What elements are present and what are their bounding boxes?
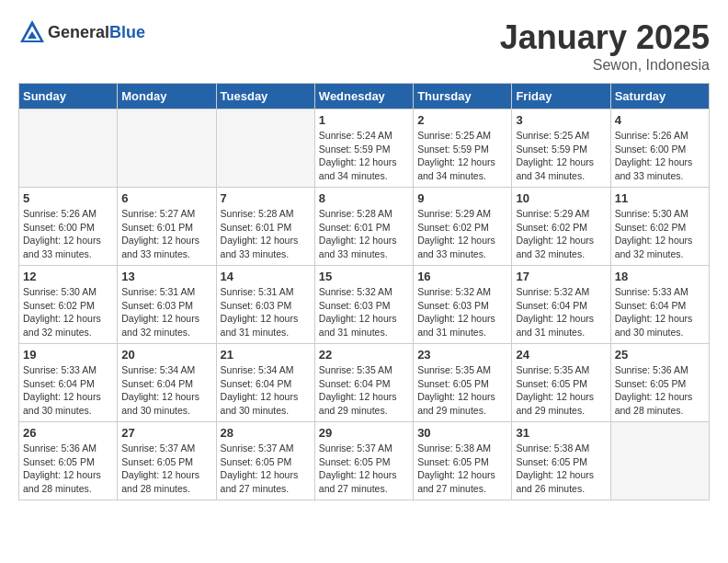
day-cell-21: 21Sunrise: 5:34 AM Sunset: 6:04 PM Dayli… <box>216 344 314 422</box>
weekday-header-sunday: Sunday <box>19 84 118 109</box>
day-cell-27: 27Sunrise: 5:37 AM Sunset: 6:05 PM Dayli… <box>118 422 216 500</box>
day-info-25: Sunrise: 5:36 AM Sunset: 6:05 PM Dayligh… <box>615 363 705 418</box>
title-block: January 2025 Sewon, Indonesia <box>500 18 710 74</box>
day-cell-6: 6Sunrise: 5:27 AM Sunset: 6:01 PM Daylig… <box>118 188 216 266</box>
day-number-7: 7 <box>221 191 311 205</box>
day-info-15: Sunrise: 5:32 AM Sunset: 6:03 PM Dayligh… <box>319 285 409 339</box>
day-number-22: 22 <box>319 348 409 362</box>
weekday-header-saturday: Saturday <box>610 84 709 109</box>
day-cell-22: 22Sunrise: 5:35 AM Sunset: 6:04 PM Dayli… <box>314 344 413 422</box>
logo-general: General <box>48 23 109 41</box>
day-info-2: Sunrise: 5:25 AM Sunset: 5:59 PM Dayligh… <box>417 129 507 183</box>
day-info-16: Sunrise: 5:32 AM Sunset: 6:03 PM Dayligh… <box>417 285 507 339</box>
day-info-9: Sunrise: 5:29 AM Sunset: 6:02 PM Dayligh… <box>417 207 507 261</box>
day-info-23: Sunrise: 5:35 AM Sunset: 6:05 PM Dayligh… <box>417 363 507 418</box>
day-cell-11: 11Sunrise: 5:30 AM Sunset: 6:02 PM Dayli… <box>610 188 709 266</box>
day-number-19: 19 <box>23 348 113 362</box>
day-number-1: 1 <box>319 113 409 127</box>
day-info-19: Sunrise: 5:33 AM Sunset: 6:04 PM Dayligh… <box>23 363 113 418</box>
day-number-9: 9 <box>417 191 507 205</box>
day-cell-30: 30Sunrise: 5:38 AM Sunset: 6:05 PM Dayli… <box>414 422 512 500</box>
day-cell-8: 8Sunrise: 5:28 AM Sunset: 6:01 PM Daylig… <box>314 188 413 266</box>
day-cell-4: 4Sunrise: 5:26 AM Sunset: 6:00 PM Daylig… <box>610 109 709 188</box>
day-info-10: Sunrise: 5:29 AM Sunset: 6:02 PM Dayligh… <box>516 207 606 261</box>
day-number-5: 5 <box>23 191 113 205</box>
day-info-3: Sunrise: 5:25 AM Sunset: 5:59 PM Dayligh… <box>516 129 606 183</box>
day-info-18: Sunrise: 5:33 AM Sunset: 6:04 PM Dayligh… <box>615 285 705 339</box>
day-cell-20: 20Sunrise: 5:34 AM Sunset: 6:04 PM Dayli… <box>118 344 216 422</box>
day-cell-5: 5Sunrise: 5:26 AM Sunset: 6:00 PM Daylig… <box>19 188 118 266</box>
day-cell-14: 14Sunrise: 5:31 AM Sunset: 6:03 PM Dayli… <box>216 266 314 344</box>
day-cell-25: 25Sunrise: 5:36 AM Sunset: 6:05 PM Dayli… <box>610 344 709 422</box>
day-number-24: 24 <box>516 348 606 362</box>
day-info-30: Sunrise: 5:38 AM Sunset: 6:05 PM Dayligh… <box>417 442 507 496</box>
day-info-17: Sunrise: 5:32 AM Sunset: 6:04 PM Dayligh… <box>516 285 606 339</box>
day-cell-13: 13Sunrise: 5:31 AM Sunset: 6:03 PM Dayli… <box>118 266 216 344</box>
calendar-title: January 2025 <box>500 18 710 57</box>
day-number-27: 27 <box>121 426 211 440</box>
day-number-30: 30 <box>417 426 507 440</box>
day-number-6: 6 <box>121 191 211 205</box>
weekday-header-thursday: Thursday <box>414 84 512 109</box>
day-number-12: 12 <box>23 270 113 283</box>
weekday-header-wednesday: Wednesday <box>314 84 413 109</box>
logo: GeneralBlue <box>18 18 145 46</box>
day-number-15: 15 <box>319 270 409 283</box>
day-number-8: 8 <box>319 191 409 205</box>
page-header: GeneralBlue January 2025 Sewon, Indonesi… <box>18 18 710 74</box>
day-cell-9: 9Sunrise: 5:29 AM Sunset: 6:02 PM Daylig… <box>414 188 512 266</box>
calendar-table: SundayMondayTuesdayWednesdayThursdayFrid… <box>18 83 710 500</box>
day-cell-29: 29Sunrise: 5:37 AM Sunset: 6:05 PM Dayli… <box>314 422 413 500</box>
day-cell-31: 31Sunrise: 5:38 AM Sunset: 6:05 PM Dayli… <box>512 422 610 500</box>
day-info-13: Sunrise: 5:31 AM Sunset: 6:03 PM Dayligh… <box>121 285 211 339</box>
day-number-4: 4 <box>615 113 705 127</box>
day-cell-10: 10Sunrise: 5:29 AM Sunset: 6:02 PM Dayli… <box>512 188 610 266</box>
day-cell-26: 26Sunrise: 5:36 AM Sunset: 6:05 PM Dayli… <box>19 422 118 500</box>
day-cell-2: 2Sunrise: 5:25 AM Sunset: 5:59 PM Daylig… <box>414 109 512 188</box>
day-number-23: 23 <box>417 348 507 362</box>
day-number-25: 25 <box>615 348 705 362</box>
day-cell-3: 3Sunrise: 5:25 AM Sunset: 5:59 PM Daylig… <box>512 109 610 188</box>
day-number-18: 18 <box>615 270 705 283</box>
day-info-27: Sunrise: 5:37 AM Sunset: 6:05 PM Dayligh… <box>121 442 211 496</box>
day-number-14: 14 <box>221 270 311 283</box>
day-number-17: 17 <box>516 270 606 283</box>
day-cell-17: 17Sunrise: 5:32 AM Sunset: 6:04 PM Dayli… <box>512 266 610 344</box>
empty-cell <box>610 422 709 500</box>
day-number-16: 16 <box>417 270 507 283</box>
day-info-12: Sunrise: 5:30 AM Sunset: 6:02 PM Dayligh… <box>23 285 113 339</box>
day-number-13: 13 <box>121 270 211 283</box>
logo-blue: Blue <box>109 23 145 41</box>
day-info-6: Sunrise: 5:27 AM Sunset: 6:01 PM Dayligh… <box>121 207 211 261</box>
week-row-1: 1Sunrise: 5:24 AM Sunset: 5:59 PM Daylig… <box>19 109 710 188</box>
day-cell-24: 24Sunrise: 5:35 AM Sunset: 6:05 PM Dayli… <box>512 344 610 422</box>
day-cell-16: 16Sunrise: 5:32 AM Sunset: 6:03 PM Dayli… <box>414 266 512 344</box>
day-number-11: 11 <box>615 191 705 205</box>
day-info-20: Sunrise: 5:34 AM Sunset: 6:04 PM Dayligh… <box>121 363 211 418</box>
day-cell-28: 28Sunrise: 5:37 AM Sunset: 6:05 PM Dayli… <box>216 422 314 500</box>
weekday-header-tuesday: Tuesday <box>216 84 314 109</box>
calendar-subtitle: Sewon, Indonesia <box>500 57 710 74</box>
day-info-4: Sunrise: 5:26 AM Sunset: 6:00 PM Dayligh… <box>615 129 705 183</box>
empty-cell <box>216 109 314 188</box>
day-cell-12: 12Sunrise: 5:30 AM Sunset: 6:02 PM Dayli… <box>19 266 118 344</box>
day-number-10: 10 <box>516 191 606 205</box>
day-number-20: 20 <box>121 348 211 362</box>
empty-cell <box>118 109 216 188</box>
day-info-7: Sunrise: 5:28 AM Sunset: 6:01 PM Dayligh… <box>221 207 311 261</box>
day-info-28: Sunrise: 5:37 AM Sunset: 6:05 PM Dayligh… <box>221 442 311 496</box>
day-info-31: Sunrise: 5:38 AM Sunset: 6:05 PM Dayligh… <box>516 442 606 496</box>
day-number-26: 26 <box>23 426 113 440</box>
day-cell-23: 23Sunrise: 5:35 AM Sunset: 6:05 PM Dayli… <box>414 344 512 422</box>
weekday-header-monday: Monday <box>118 84 216 109</box>
day-number-29: 29 <box>319 426 409 440</box>
week-row-4: 19Sunrise: 5:33 AM Sunset: 6:04 PM Dayli… <box>19 344 710 422</box>
day-cell-18: 18Sunrise: 5:33 AM Sunset: 6:04 PM Dayli… <box>610 266 709 344</box>
day-info-14: Sunrise: 5:31 AM Sunset: 6:03 PM Dayligh… <box>221 285 311 339</box>
day-info-22: Sunrise: 5:35 AM Sunset: 6:04 PM Dayligh… <box>319 363 409 418</box>
weekday-header-friday: Friday <box>512 84 610 109</box>
day-cell-15: 15Sunrise: 5:32 AM Sunset: 6:03 PM Dayli… <box>314 266 413 344</box>
logo-icon <box>18 18 46 46</box>
empty-cell <box>19 109 118 188</box>
day-number-21: 21 <box>221 348 311 362</box>
